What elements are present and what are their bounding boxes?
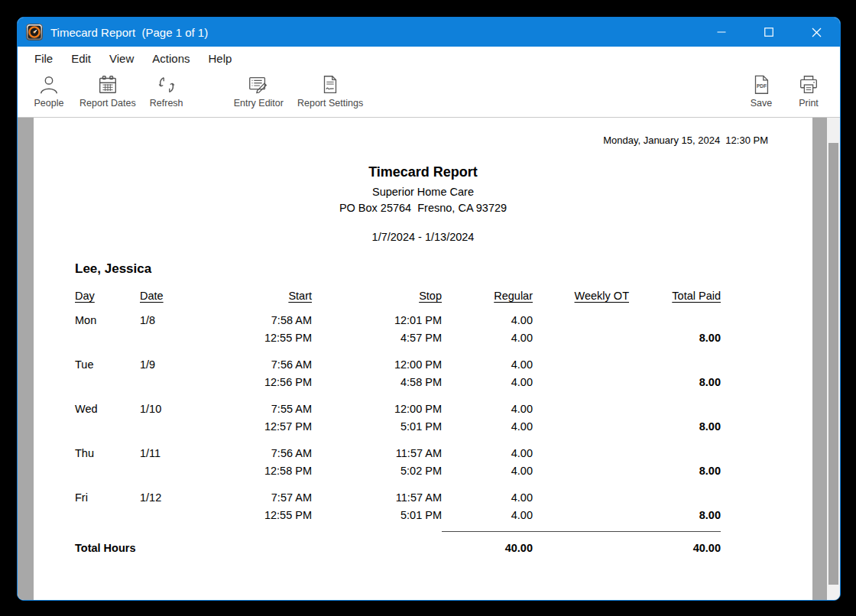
cell-total-paid: 8.00	[629, 507, 721, 524]
list-pencil-icon	[247, 73, 270, 96]
people-button[interactable]: People	[25, 71, 73, 111]
col-start: Start	[186, 289, 312, 303]
menu-edit[interactable]: Edit	[62, 48, 100, 69]
document-signature-icon	[319, 73, 342, 96]
toolbar-label: Print	[799, 98, 819, 109]
report-settings-button[interactable]: Report Settings	[290, 71, 370, 111]
cell-start: 12:55 PM	[186, 329, 312, 347]
cell-start: 12:57 PM	[186, 418, 312, 436]
menu-actions[interactable]: Actions	[143, 48, 199, 69]
toolbar-label: People	[34, 98, 64, 109]
cell-date: 1/11	[140, 445, 186, 462]
cell-stop: 12:00 PM	[312, 356, 442, 374]
calendar-icon	[96, 73, 119, 96]
col-total-paid: Total Paid	[629, 289, 721, 303]
cell-day: Tue	[75, 356, 140, 374]
cell-start: 12:55 PM	[186, 507, 312, 524]
regular-sum-line	[442, 531, 533, 533]
window-controls	[698, 18, 840, 47]
employee-name: Lee, Jessica	[75, 261, 812, 277]
cell-stop: 5:02 PM	[312, 462, 442, 480]
table-row: Fri 1/12 7:57 AM 11:57 AM 4.00 12:55 PM …	[75, 489, 812, 524]
cell-total-paid: 8.00	[629, 329, 721, 347]
cell-regular: 4.00	[442, 329, 533, 347]
cell-date: 1/9	[140, 356, 186, 374]
col-day: Day	[75, 289, 140, 303]
cell-stop: 5:01 PM	[312, 507, 442, 524]
cell-total-paid: 8.00	[629, 462, 721, 480]
toolbar-label: Report Dates	[79, 98, 136, 109]
table-row: Tue 1/9 7:56 AM 12:00 PM 4.00 12:56 PM 4…	[75, 356, 812, 391]
cell-regular: 4.00	[442, 445, 533, 462]
cell-day: Wed	[75, 400, 140, 418]
cell-stop: 4:57 PM	[312, 329, 442, 347]
company-name: Superior Home Care	[34, 186, 812, 198]
cell-day: Fri	[75, 489, 140, 507]
svg-text:PDF: PDF	[757, 83, 767, 89]
cell-start: 7:56 AM	[186, 356, 312, 374]
cell-regular: 4.00	[442, 400, 533, 418]
cell-regular: 4.00	[442, 489, 533, 507]
report-page: Monday, January 15, 2024 12:30 PM Timeca…	[34, 118, 812, 600]
cell-regular: 4.00	[442, 312, 533, 329]
cell-date: 1/12	[140, 489, 186, 507]
report-title: Timecard Report	[34, 164, 812, 180]
cell-day: Thu	[75, 445, 140, 462]
cell-regular: 4.00	[442, 356, 533, 374]
title-bar[interactable]: Timecard Report (Page 1 of 1)	[18, 18, 840, 47]
report-dates-button[interactable]: Report Dates	[73, 71, 143, 111]
company-address: PO Box 25764 Fresno, CA 93729	[34, 202, 812, 214]
pdf-file-icon: PDF	[750, 73, 773, 96]
menu-help[interactable]: Help	[199, 48, 241, 69]
totals-row: Total Hours 40.00 40.00	[75, 540, 812, 557]
col-weekly-ot: Weekly OT	[533, 289, 629, 303]
toolbar-label: Save	[751, 98, 773, 109]
cell-start: 7:57 AM	[186, 489, 312, 507]
toolbar-label: Report Settings	[297, 98, 363, 109]
person-icon	[37, 73, 60, 96]
toolbar: People Report Dates	[18, 70, 840, 117]
totals-divider	[75, 531, 812, 533]
cell-date: 1/8	[140, 312, 186, 329]
minimize-button[interactable]	[698, 18, 745, 47]
cell-start: 12:56 PM	[186, 374, 312, 391]
cell-regular: 4.00	[442, 462, 533, 480]
cell-stop: 12:01 PM	[312, 312, 442, 329]
menu-file[interactable]: File	[25, 48, 62, 69]
document-viewer: Monday, January 15, 2024 12:30 PM Timeca…	[18, 117, 840, 600]
table-header: Day Date Start Stop Regular Weekly OT To…	[75, 289, 812, 303]
print-button[interactable]: Print	[785, 71, 832, 111]
save-button[interactable]: PDF Save	[738, 71, 785, 111]
scrollbar-thumb[interactable]	[828, 143, 838, 585]
close-icon	[812, 28, 822, 37]
refresh-button[interactable]: Refresh	[143, 71, 190, 111]
table-row: Mon 1/8 7:58 AM 12:01 PM 4.00 12:55 PM 4…	[75, 312, 812, 347]
table-row: Thu 1/11 7:56 AM 11:57 AM 4.00 12:58 PM …	[75, 445, 812, 480]
cell-regular: 4.00	[442, 507, 533, 524]
toolbar-label: Entry Editor	[234, 98, 284, 109]
toolbar-label: Refresh	[150, 98, 183, 109]
entry-editor-button[interactable]: Entry Editor	[227, 71, 290, 111]
cell-start: 12:58 PM	[186, 462, 312, 480]
cell-start: 7:58 AM	[186, 312, 312, 329]
close-button[interactable]	[793, 18, 840, 47]
cell-stop: 11:57 AM	[312, 489, 442, 507]
total-paid-sum-line	[629, 531, 721, 533]
cell-stop: 4:58 PM	[312, 374, 442, 391]
cell-regular: 4.00	[442, 418, 533, 436]
cell-start: 7:56 AM	[186, 445, 312, 462]
cell-day: Mon	[75, 312, 140, 329]
maximize-button[interactable]	[745, 18, 793, 47]
table-row: Wed 1/10 7:55 AM 12:00 PM 4.00 12:57 PM …	[75, 400, 812, 436]
cell-regular: 4.00	[442, 374, 533, 391]
minimize-icon	[717, 28, 726, 37]
menu-bar: File Edit View Actions Help	[18, 47, 840, 70]
maximize-icon	[764, 28, 773, 37]
menu-view[interactable]: View	[100, 48, 143, 69]
totals-label: Total Hours	[75, 540, 186, 557]
cell-stop: 11:57 AM	[312, 445, 442, 462]
printer-icon	[797, 73, 820, 96]
timer-app-icon	[26, 24, 43, 41]
window-title: Timecard Report (Page 1 of 1)	[50, 26, 208, 39]
vertical-scrollbar[interactable]	[827, 118, 840, 600]
